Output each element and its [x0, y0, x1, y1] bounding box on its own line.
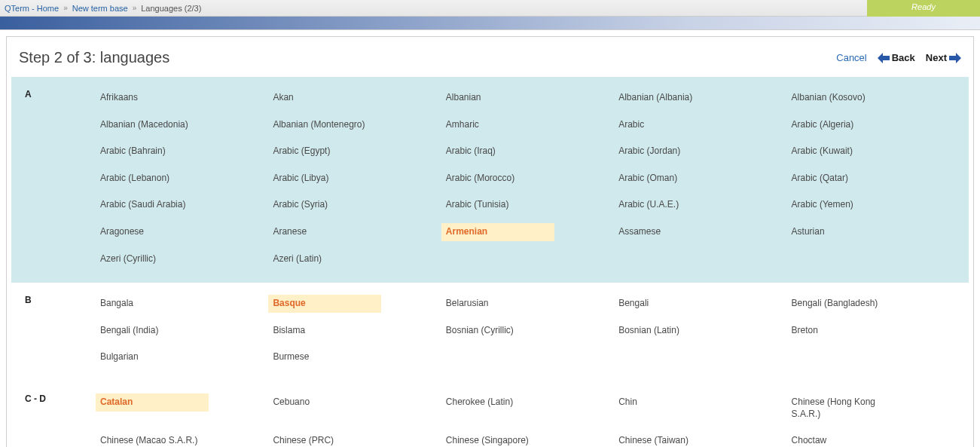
language-item[interactable]: Aragonese [96, 223, 209, 241]
language-item[interactable]: Azeri (Cyrillic) [96, 250, 209, 268]
language-item[interactable]: Armenian [441, 223, 554, 241]
language-item[interactable]: Chin [614, 393, 727, 412]
language-item[interactable]: Belarusian [441, 295, 554, 313]
language-item[interactable]: Bangala [96, 295, 209, 313]
language-item[interactable]: Arabic (Iraq) [441, 142, 554, 161]
language-group: C - DCatalanCebuanoCherokee (Latin)ChinC… [11, 381, 969, 447]
language-item[interactable]: Arabic [614, 116, 727, 134]
next-button[interactable]: Next [926, 52, 961, 63]
language-item[interactable]: Afrikaans [96, 89, 209, 107]
language-item[interactable]: Arabic (Morocco) [441, 170, 554, 188]
language-item[interactable]: Choctaw [787, 432, 900, 447]
arrow-right-icon [949, 53, 961, 63]
language-item[interactable]: Breton [787, 322, 900, 340]
language-item[interactable]: Chinese (Macao S.A.R.) [96, 432, 209, 447]
language-item[interactable]: Albanian (Macedonia) [96, 116, 209, 134]
language-item[interactable]: Albanian [441, 89, 554, 107]
language-row: AAfrikaansAkanAlbanianAlbanian (Albania)… [11, 84, 969, 112]
language-item[interactable]: Chinese (PRC) [268, 432, 381, 447]
language-row: Bengali (India)BislamaBosnian (Cyrillic)… [11, 317, 969, 344]
language-row: Arabic (Saudi Arabia)Arabic (Syria)Arabi… [11, 191, 969, 219]
language-item[interactable]: Arabic (Yemen) [787, 196, 900, 214]
language-row: Albanian (Macedonia)Albanian (Montenegro… [11, 112, 969, 139]
language-row: BulgarianBurmese [11, 344, 969, 371]
language-item[interactable]: Arabic (Qatar) [787, 170, 900, 188]
language-group: AAfrikaansAkanAlbanianAlbanian (Albania)… [11, 77, 969, 283]
language-row: Arabic (Lebanon)Arabic (Libya)Arabic (Mo… [11, 165, 969, 192]
breadcrumb: QTerm - Home » New term base » Languages… [0, 0, 980, 17]
status-badge: Ready [867, 0, 980, 17]
breadcrumb-new-term-base[interactable]: New term base [72, 4, 128, 13]
language-item[interactable]: Arabic (Libya) [268, 170, 381, 188]
language-item[interactable]: Amharic [441, 116, 554, 134]
back-button[interactable]: Back [878, 52, 915, 63]
language-item[interactable]: Arabic (Bahrain) [96, 142, 209, 161]
language-item[interactable]: Bislama [268, 322, 381, 340]
language-item[interactable]: Chinese (Taiwan) [614, 432, 727, 447]
language-item[interactable]: Albanian (Montenegro) [268, 116, 381, 134]
language-row: Azeri (Cyrillic)Azeri (Latin) [11, 246, 969, 273]
next-button-label: Next [926, 52, 947, 63]
language-item[interactable]: Albanian (Kosovo) [787, 89, 900, 107]
language-row: Arabic (Bahrain)Arabic (Egypt)Arabic (Ir… [11, 138, 969, 165]
language-row: C - DCatalanCebuanoCherokee (Latin)ChinC… [11, 389, 969, 427]
language-item[interactable]: Arabic (Saudi Arabia) [96, 196, 209, 214]
group-letter: B [20, 295, 96, 305]
breadcrumb-home[interactable]: QTerm - Home [5, 4, 59, 13]
language-item[interactable]: Bengali (Bangladesh) [787, 295, 900, 313]
language-item[interactable]: Arabic (U.A.E.) [614, 196, 727, 214]
page-content: Step 2 of 3: languages Cancel Back Next … [6, 36, 974, 447]
language-group: BBangalaBasqueBelarusianBengaliBengali (… [11, 283, 969, 381]
wizard-nav: Cancel Back Next [836, 52, 961, 63]
language-item[interactable]: Arabic (Oman) [614, 170, 727, 188]
language-item[interactable]: Bengali (India) [96, 322, 209, 340]
language-item[interactable]: Basque [268, 295, 381, 313]
language-item[interactable]: Cherokee (Latin) [441, 393, 554, 412]
language-item[interactable]: Arabic (Kuwait) [787, 142, 900, 161]
language-item[interactable]: Chinese (Singapore) [441, 432, 554, 447]
breadcrumb-current: Languages (2/3) [141, 4, 201, 13]
language-item[interactable]: Arabic (Lebanon) [96, 170, 209, 188]
language-item[interactable]: Bulgarian [96, 348, 209, 366]
language-item[interactable]: Burmese [268, 348, 381, 366]
language-item[interactable]: Arabic (Syria) [268, 196, 381, 214]
language-item[interactable]: Azeri (Latin) [268, 250, 381, 268]
language-item[interactable]: Chinese (Hong Kong S.A.R.) [787, 393, 900, 423]
header-divider [0, 17, 980, 30]
language-item[interactable]: Assamese [614, 223, 727, 241]
language-item[interactable]: Bosnian (Latin) [614, 322, 727, 340]
language-row: BBangalaBasqueBelarusianBengaliBengali (… [11, 290, 969, 317]
language-row: AragoneseAraneseArmenianAssameseAsturian [11, 219, 969, 246]
language-item[interactable]: Asturian [787, 223, 900, 241]
cancel-button[interactable]: Cancel [836, 52, 866, 63]
language-item[interactable]: Albanian (Albania) [614, 89, 727, 107]
language-item[interactable]: Arabic (Algeria) [787, 116, 900, 134]
language-item[interactable]: Arabic (Jordan) [614, 142, 727, 161]
language-item[interactable]: Bengali [614, 295, 727, 313]
language-item[interactable]: Arabic (Tunisia) [441, 196, 554, 214]
breadcrumb-sep-icon: » [133, 4, 137, 12]
language-row: Chinese (Macao S.A.R.)Chinese (PRC)Chine… [11, 427, 969, 447]
page-title: Step 2 of 3: languages [19, 49, 169, 66]
arrow-left-icon [878, 53, 890, 63]
language-item[interactable]: Catalan [96, 393, 209, 412]
breadcrumb-sep-icon: » [63, 4, 68, 12]
language-item[interactable]: Cebuano [268, 393, 381, 412]
language-item[interactable]: Bosnian (Cyrillic) [441, 322, 554, 340]
language-item[interactable]: Akan [268, 89, 381, 107]
language-item[interactable]: Arabic (Egypt) [268, 142, 381, 161]
language-item[interactable]: Aranese [268, 223, 381, 241]
group-letter: A [20, 89, 96, 100]
group-letter: C - D [20, 393, 96, 404]
back-button-label: Back [892, 52, 915, 63]
